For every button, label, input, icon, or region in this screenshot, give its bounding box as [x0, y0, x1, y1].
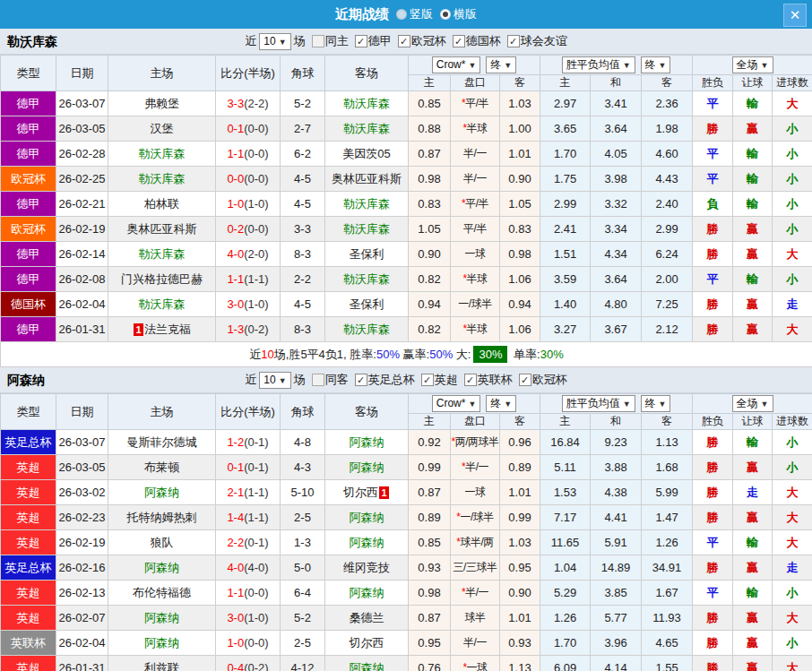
score: 1-1(1-1)	[216, 267, 281, 292]
handicap-result-mark: 輸	[733, 581, 773, 606]
final-odds-select[interactable]: 终▼	[486, 395, 516, 412]
odds-win: 3.65	[540, 116, 591, 142]
team-text: 利兹联	[144, 661, 179, 671]
score: 0-1(0-0)	[216, 116, 281, 142]
league-checkbox[interactable]: ✓	[398, 35, 410, 47]
match-date: 26-02-08	[56, 267, 108, 292]
column-header: 类型	[1, 56, 56, 91]
team-name: 阿森纳	[7, 367, 45, 392]
handicap-odds-away: 0.95	[500, 555, 540, 581]
handicap-result-mark: 贏	[733, 292, 773, 317]
team-text: 阿森纳	[350, 661, 384, 671]
team-text: 法兰克福	[144, 323, 191, 336]
final-odds-select[interactable]: 终▼	[641, 395, 671, 412]
league-badge: 英超	[1, 455, 56, 480]
handicap-result-mark: 輸	[733, 530, 773, 555]
result-mark: 勝	[693, 480, 733, 505]
match-date: 26-03-07	[56, 430, 108, 455]
avg-odds-select[interactable]: 胜平负均值▼	[562, 56, 635, 73]
scope-select[interactable]: 全场▼	[732, 56, 773, 73]
goals-result-mark: 小	[773, 217, 812, 242]
table-row: 英超 26-03-02 阿森纳 2-1(1-1) 5-10 切尔西1 0.87 …	[1, 480, 812, 505]
team-text: 奥林匹亚科斯	[127, 222, 197, 236]
horizontal-radio-label: 横版	[454, 6, 477, 22]
goals-result-mark: 小	[773, 430, 812, 455]
sub-column-header: 主	[409, 414, 451, 430]
league-checkbox[interactable]: ✓	[507, 35, 520, 47]
handicap-result-mark: 輸	[733, 267, 773, 292]
goals-result-mark: 小	[773, 167, 812, 192]
radio-selected-icon[interactable]	[440, 9, 451, 20]
match-count-select[interactable]: 10▼	[259, 372, 290, 389]
away-team: 阿森纳	[325, 430, 409, 455]
result-mark: 勝	[693, 430, 733, 455]
chevron-down-icon: ▼	[468, 400, 476, 409]
chevron-down-icon: ▼	[504, 61, 512, 70]
handicap-odds-away: 1.05	[500, 192, 540, 217]
league-checkbox[interactable]: ✓	[355, 35, 367, 47]
team-text: 阿森纳	[350, 511, 384, 524]
odds-win: 2.99	[540, 192, 591, 217]
league-checkbox[interactable]: ✓	[519, 374, 531, 386]
result-mark: 平	[693, 581, 733, 606]
table-row: 英超 26-02-07 阿森纳 3-0(1-0) 5-2 桑德兰 0.87 球半…	[1, 606, 812, 631]
avg-odds-select[interactable]: 胜平负均值▼	[562, 395, 635, 412]
away-team: 阿森纳	[325, 656, 409, 671]
table-row: 英超 26-01-31 利兹联 0-4(0-2) 4-12 阿森纳 0.76 *…	[1, 656, 812, 671]
sub-column-header: 主	[540, 75, 591, 91]
goals-result-mark: 小	[773, 455, 812, 480]
odds-draw: 3.67	[591, 317, 642, 342]
close-icon[interactable]: ✕	[783, 4, 807, 27]
asterisk-icon: *	[456, 511, 460, 523]
odds-lose: 2.99	[642, 217, 693, 242]
handicap-line: *球半/两	[451, 530, 500, 555]
team-text: 圣保利	[350, 297, 384, 311]
team-text: 阿森纳	[350, 586, 384, 599]
bookmaker-select[interactable]: Crow*▼	[432, 395, 481, 412]
odds-win: 5.29	[540, 581, 591, 606]
home-team: 阿森纳	[108, 480, 216, 505]
league-badge: 德甲	[1, 192, 56, 217]
odds-win: 3.27	[540, 317, 591, 342]
score: 3-3(2-2)	[216, 91, 281, 116]
handicap-line: 一球	[451, 480, 500, 505]
handicap-odds-away: 0.93	[500, 631, 540, 656]
league-checkbox[interactable]: ✓	[453, 35, 465, 47]
same-venue-checkbox[interactable]	[312, 374, 324, 386]
away-team: 阿森纳	[325, 530, 409, 555]
team-text: 勒沃库森	[139, 247, 186, 261]
vertical-layout-radio[interactable]: 竖版	[396, 6, 433, 22]
final-odds-select[interactable]: 终▼	[641, 56, 671, 73]
league-badge: 德甲	[1, 317, 56, 342]
match-count-select[interactable]: 10▼	[259, 33, 290, 50]
table-header-row: 类型日期主场比分(半场)角球客场 Crow*▼终▼ 胜平负均值▼终▼ 全场▼	[1, 56, 812, 75]
match-date: 26-02-04	[56, 292, 108, 317]
handicap-odds-away: 0.90	[500, 581, 540, 606]
horizontal-layout-radio[interactable]: 横版	[440, 6, 477, 22]
corner-score: 4-3	[281, 455, 325, 480]
league-checkbox[interactable]: ✓	[355, 374, 367, 386]
same-venue-checkbox[interactable]	[312, 35, 324, 47]
away-team: 切尔西1	[325, 480, 409, 505]
handicap-odds-home: 1.05	[409, 217, 451, 242]
odds-lose: 2.00	[642, 267, 693, 292]
scope-select[interactable]: 全场▼	[732, 395, 773, 412]
handicap-odds-away: 1.01	[500, 480, 540, 505]
radio-icon[interactable]	[396, 9, 407, 20]
bookmaker-select[interactable]: Crow*▼	[432, 56, 481, 73]
europe-odds-group-header: 胜平负均值▼终▼	[540, 56, 693, 75]
result-mark: 勝	[693, 656, 733, 671]
final-odds-select[interactable]: 终▼	[486, 56, 516, 73]
handicap-odds-home: 0.98	[409, 167, 451, 192]
column-header: 角球	[281, 56, 325, 91]
league-checkbox[interactable]: ✓	[464, 374, 477, 386]
team-section: 勒沃库森 近 10▼ 场 同主 ✓德甲✓欧冠杯✓德国杯✓球会友谊 类型日期主场比…	[0, 29, 812, 367]
odds-draw: 4.34	[591, 242, 642, 267]
odds-lose: 6.24	[642, 242, 693, 267]
column-header: 主场	[108, 394, 216, 430]
team-text: 阿森纳	[144, 636, 179, 649]
handicap-odds-home: 0.87	[409, 606, 451, 631]
score: 2-1(1-1)	[216, 480, 281, 505]
league-badge: 英超	[1, 530, 56, 555]
league-checkbox[interactable]: ✓	[421, 374, 434, 386]
